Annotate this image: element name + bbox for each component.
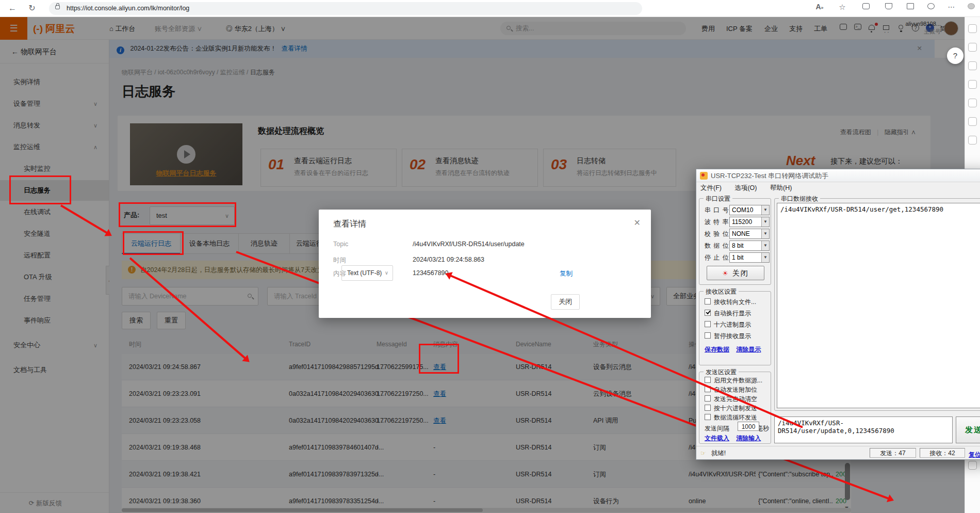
data-bits-label: 数 据 位 [705, 241, 729, 251]
rail-icon-tools[interactable] [968, 461, 977, 470]
modal-close-button[interactable]: 关闭 [551, 294, 580, 310]
baud-rate-select[interactable]: 115200▼ [729, 217, 770, 227]
browser-essentials-icon[interactable] [925, 3, 937, 11]
clear-input-link[interactable]: 清除输入 [736, 435, 761, 442]
favorites-icon[interactable] [883, 3, 894, 11]
receive-settings-group: 接收区设置 接收转向文件... 自动换行显示 十六进制显示 暂停接收显示 保存数… [699, 291, 771, 365]
annotation-box-log-service [9, 175, 71, 204]
back-icon[interactable]: ← [6, 2, 19, 14]
send-opt-loop[interactable]: 数据流循环发送 [705, 412, 757, 423]
menu-help[interactable]: 帮助(H) [770, 184, 792, 191]
usr-title-bar[interactable]: USR-TCP232-Test 串口转网络调试助手 [696, 169, 980, 182]
baud-rate-label: 波 特 率 [705, 217, 729, 227]
collections-icon[interactable] [905, 3, 916, 11]
close-icon[interactable]: ✕ [634, 218, 641, 228]
parity-label: 校 验 位 [705, 229, 729, 239]
rail-icon-7[interactable] [968, 136, 977, 145]
tx-counter: 发送：47 [870, 448, 916, 458]
interval-input[interactable]: 1000 [738, 422, 759, 431]
screen: ← ↻ https://iot.console.aliyun.com/lk/mo… [0, 0, 980, 513]
browser-bar: ← ↻ https://iot.console.aliyun.com/lk/mo… [0, 0, 980, 17]
url-text: https://iot.console.aliyun.com/lk/monito… [67, 5, 189, 12]
serial-data-group: 串口数据接收 /i4u4VIKvRXf/USR-DR514/user/get,1… [774, 198, 980, 411]
time-label: 时间 [333, 256, 346, 265]
serial-close-button[interactable]: ☀关闭 [707, 266, 764, 280]
parity-select[interactable]: NONE▼ [729, 229, 770, 239]
checkbox-icon [705, 405, 711, 411]
rail-icon-4[interactable] [968, 80, 977, 89]
url-bar[interactable]: https://iot.console.aliyun.com/lk/monito… [49, 2, 642, 15]
annotation-box-view [419, 344, 459, 374]
pointer-icon: ☞ [700, 450, 706, 457]
recv-opt-redirect[interactable]: 接收转向文件... [705, 297, 756, 307]
browser-profile-avatar[interactable] [966, 3, 977, 11]
serial-port-label: 串 口 号 [705, 205, 729, 215]
annotation-box-tab [123, 231, 184, 255]
help-float-button[interactable]: ? [947, 47, 963, 64]
time-value: 2024/03/21 09:24:58.863 [413, 256, 484, 263]
lock-icon [55, 5, 60, 9]
annotation-box-product [119, 202, 236, 227]
status-led-icon: ☀ [722, 269, 729, 277]
modal-title: 查看详情 [333, 219, 366, 230]
refresh-icon[interactable]: ↻ [26, 2, 38, 14]
topic-value: /i4u4VIKvRXf/USR-DR514/user/update [413, 241, 525, 248]
rail-icon-3[interactable] [968, 61, 977, 70]
topic-label: Topic [333, 241, 348, 248]
favorite-star-icon[interactable]: ☆ [837, 3, 848, 12]
rail-icon-2[interactable] [968, 43, 977, 52]
send-opt-filesource[interactable]: 启用文件数据源... [705, 375, 762, 386]
recv-opt-hex[interactable]: 十六进制显示 [705, 319, 751, 330]
detail-modal: 查看详情 ✕ Topic /i4u4VIKvRXf/USR-DR514/user… [319, 210, 651, 318]
split-screen-icon[interactable] [860, 3, 872, 11]
rail-icon-1[interactable] [968, 24, 977, 33]
rail-icon-5[interactable] [968, 99, 977, 107]
checkbox-icon [705, 321, 711, 327]
send-button[interactable]: 发送 [956, 416, 980, 443]
serial-port-select[interactable]: COM10▼ [729, 205, 770, 215]
checkbox-icon [705, 377, 711, 383]
usr-menu-bar: 文件(F) 选项(O) 帮助(H) [696, 182, 980, 194]
checkbox-icon [705, 414, 711, 420]
send-input[interactable]: /i4u4VIKvRXf/USR-DR514/user/update,0,123… [774, 416, 953, 443]
recv-opt-pause[interactable]: 暂停接收显示 [705, 331, 751, 341]
stop-bits-label: 停 止 位 [705, 252, 729, 263]
stop-bits-select[interactable]: 1 bit▼ [729, 252, 770, 263]
load-file-link[interactable]: 文件载入 [705, 435, 729, 442]
receive-textarea[interactable]: /i4u4VIKvRXf/USR-DR514/user/get,12345678… [777, 203, 980, 408]
serial-settings-group: 串口设置 串 口 号 COM10▼ 波 特 率 115200▼ 校 验 位 NO… [699, 198, 771, 285]
usr-tcp232-window: USR-TCP232-Test 串口转网络调试助手 文件(F) 选项(O) 帮助… [696, 169, 980, 460]
data-bits-select[interactable]: 8 bit▼ [729, 241, 770, 251]
checkbox-checked-icon [705, 310, 711, 316]
usr-status-bar: ☞ 就绪! 发送：47 接收：42 复位 [696, 446, 980, 459]
encoding-select[interactable]: Text (UTF-8) ∨ [341, 265, 393, 281]
reset-counter-link[interactable]: 复位 [969, 448, 980, 461]
save-data-link[interactable]: 保存数据 [705, 346, 729, 353]
rail-icon-6[interactable] [968, 117, 977, 126]
recv-opt-wrap[interactable]: 自动换行显示 [705, 308, 751, 318]
checkbox-icon [705, 298, 711, 304]
more-menu-icon[interactable]: ⋯ [946, 3, 957, 11]
checkbox-icon [705, 395, 711, 402]
menu-file[interactable]: 文件(F) [700, 184, 722, 191]
send-interval-row: 发送间隔 1000 毫秒 [705, 423, 769, 434]
clear-display-link[interactable]: 清除显示 [736, 346, 761, 353]
rx-counter: 接收：42 [920, 448, 965, 458]
usr-app-icon [700, 172, 708, 180]
menu-options[interactable]: 选项(O) [734, 184, 757, 191]
read-aloud-icon[interactable]: A» [814, 3, 825, 11]
copy-link[interactable]: 复制 [560, 269, 573, 278]
checkbox-icon [705, 332, 711, 339]
